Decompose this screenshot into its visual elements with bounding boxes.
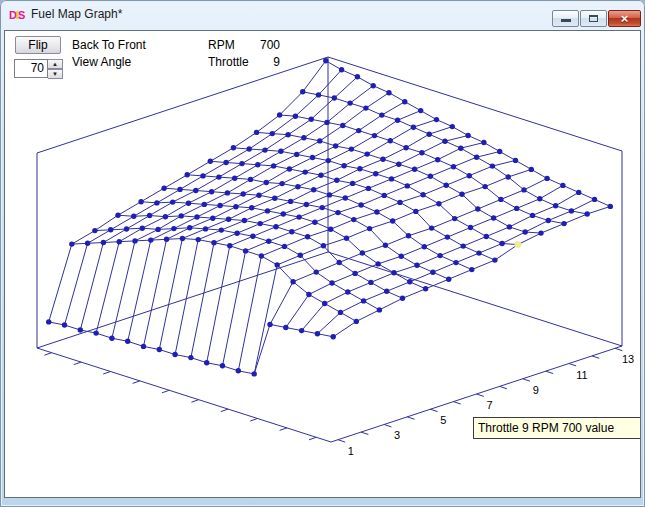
data-point[interactable]: [420, 192, 425, 197]
data-point[interactable]: [375, 261, 380, 266]
data-point[interactable]: [132, 238, 137, 243]
data-point[interactable]: [360, 250, 365, 255]
data-point[interactable]: [232, 176, 237, 181]
data-point[interactable]: [418, 108, 423, 113]
data-point[interactable]: [458, 146, 463, 151]
data-point[interactable]: [318, 173, 323, 178]
data-point[interactable]: [357, 166, 362, 171]
data-point[interactable]: [248, 177, 253, 182]
data-point[interactable]: [430, 270, 435, 275]
data-point[interactable]: [279, 181, 284, 186]
data-point[interactable]: [446, 277, 451, 282]
data-point[interactable]: [101, 240, 106, 245]
view-angle-input[interactable]: 70: [14, 59, 48, 78]
data-point[interactable]: [115, 213, 120, 218]
data-point[interactable]: [252, 371, 257, 376]
data-point[interactable]: [412, 167, 417, 172]
data-point[interactable]: [287, 166, 292, 171]
data-point[interactable]: [366, 186, 371, 191]
data-point[interactable]: [546, 218, 551, 223]
data-point[interactable]: [499, 241, 504, 246]
data-point[interactable]: [383, 243, 388, 248]
data-point[interactable]: [341, 163, 346, 168]
data-point[interactable]: [388, 138, 393, 143]
data-point[interactable]: [236, 368, 241, 373]
data-point[interactable]: [334, 178, 339, 183]
data-point[interactable]: [208, 159, 213, 164]
data-point[interactable]: [608, 204, 613, 209]
data-point[interactable]: [281, 211, 286, 216]
titlebar[interactable]: DIS Fuel Map Graph* ×: [0, 0, 645, 30]
data-point[interactable]: [225, 190, 230, 195]
data-point[interactable]: [352, 271, 357, 276]
data-point[interactable]: [368, 280, 373, 285]
data-point[interactable]: [226, 217, 231, 222]
data-point[interactable]: [234, 231, 239, 236]
data-point[interactable]: [250, 234, 255, 239]
data-point[interactable]: [384, 289, 389, 294]
data-point[interactable]: [459, 192, 464, 197]
data-point[interactable]: [329, 280, 334, 285]
data-point[interactable]: [361, 298, 366, 303]
data-point[interactable]: [179, 213, 184, 218]
data-point[interactable]: [256, 193, 261, 198]
data-point[interactable]: [350, 181, 355, 186]
data-point[interactable]: [188, 355, 193, 360]
data-point[interactable]: [407, 279, 412, 284]
data-point[interactable]: [343, 195, 348, 200]
data-point[interactable]: [163, 214, 168, 219]
data-point[interactable]: [363, 105, 368, 110]
data-point[interactable]: [172, 352, 177, 357]
data-point[interactable]: [397, 200, 402, 205]
data-point[interactable]: [295, 184, 300, 189]
data-point[interactable]: [304, 202, 309, 207]
data-point[interactable]: [324, 120, 329, 125]
spin-up-button[interactable]: ▲: [48, 59, 63, 69]
data-point[interactable]: [592, 197, 597, 202]
data-point[interactable]: [521, 187, 526, 192]
data-point[interactable]: [311, 187, 316, 192]
data-point[interactable]: [476, 250, 481, 255]
data-point[interactable]: [210, 216, 215, 221]
data-point[interactable]: [435, 157, 440, 162]
data-point[interactable]: [373, 171, 378, 176]
data-point[interactable]: [333, 143, 338, 148]
data-point[interactable]: [428, 174, 433, 179]
data-point[interactable]: [358, 202, 363, 207]
data-point[interactable]: [46, 319, 51, 324]
data-point[interactable]: [553, 203, 558, 208]
data-point[interactable]: [300, 89, 305, 94]
data-point[interactable]: [380, 157, 385, 162]
data-point[interactable]: [193, 188, 198, 193]
data-point[interactable]: [331, 334, 336, 339]
data-point[interactable]: [243, 248, 248, 253]
data-point[interactable]: [514, 206, 519, 211]
data-point[interactable]: [491, 215, 496, 220]
data-point[interactable]: [355, 74, 360, 79]
data-point[interactable]: [194, 214, 199, 219]
data-point[interactable]: [322, 301, 327, 306]
data-point[interactable]: [200, 173, 205, 178]
data-point[interactable]: [278, 149, 283, 154]
maximize-button[interactable]: [580, 10, 607, 27]
data-point[interactable]: [312, 220, 317, 225]
data-point[interactable]: [265, 208, 270, 213]
data-point[interactable]: [339, 67, 344, 72]
data-point[interactable]: [327, 192, 332, 197]
data-point[interactable]: [138, 199, 143, 204]
data-point[interactable]: [405, 183, 410, 188]
data-point[interactable]: [490, 163, 495, 168]
data-point[interactable]: [423, 286, 428, 291]
data-point[interactable]: [337, 260, 342, 265]
data-point[interactable]: [450, 124, 455, 129]
data-point[interactable]: [177, 187, 182, 192]
data-point[interactable]: [164, 237, 169, 242]
data-point[interactable]: [109, 336, 114, 341]
data-point[interactable]: [391, 270, 396, 275]
data-point[interactable]: [537, 196, 542, 201]
data-point[interactable]: [155, 227, 160, 232]
data-point[interactable]: [451, 164, 456, 169]
data-point[interactable]: [305, 234, 310, 239]
data-point[interactable]: [482, 184, 487, 189]
data-point[interactable]: [335, 210, 340, 215]
